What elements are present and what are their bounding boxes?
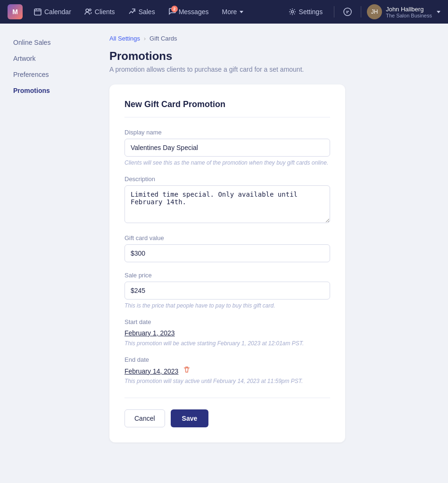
nav-item-more[interactable]: More [216, 5, 249, 18]
chat-button[interactable] [340, 4, 355, 19]
trash-icon [183, 366, 191, 374]
sidebar-item-preferences[interactable]: Preferences [8, 67, 87, 82]
end-date-value[interactable]: February 14, 2023 [124, 367, 178, 375]
gift-card-value-group: Gift card value [124, 234, 330, 262]
nav-divider [334, 6, 334, 17]
breadcrumb-current: Gift Cards [149, 35, 177, 42]
settings-icon [289, 8, 296, 16]
avatar: JH [367, 4, 382, 19]
start-date-value[interactable]: February 1, 2023 [124, 329, 175, 337]
form-card: New Gift Card Promotion Display name Cli… [109, 84, 345, 442]
delete-end-date-button[interactable] [183, 366, 191, 375]
nav-settings[interactable]: Settings [283, 5, 329, 18]
app-logo[interactable]: M [8, 4, 23, 19]
start-date-label: Start date [124, 318, 330, 325]
display-name-input[interactable] [124, 139, 330, 157]
description-input[interactable] [124, 185, 330, 223]
calendar-icon [34, 8, 41, 16]
page-subtitle: A promotion allows clients to purchase a… [109, 66, 433, 73]
svg-point-7 [344, 8, 351, 16]
start-date-hint: This promotion will be active starting F… [124, 340, 330, 347]
end-date-label: End date [124, 356, 330, 363]
page-layout: Online Sales Artwork Preferences Promoti… [0, 24, 448, 483]
user-menu-chevron-icon [437, 11, 440, 13]
start-date-group: Start date February 1, 2023 This promoti… [124, 318, 330, 347]
breadcrumb-separator: › [144, 35, 146, 42]
svg-point-5 [89, 9, 91, 11]
navbar: M Calendar Clients Sales 2 Messages More [0, 0, 448, 24]
messages-badge-container: 2 [168, 8, 176, 17]
sidebar-item-promotions[interactable]: Promotions [8, 83, 87, 98]
sales-icon [128, 8, 136, 16]
gift-card-value-label: Gift card value [124, 234, 330, 242]
description-group: Description [124, 175, 330, 225]
page-title: Promotions [109, 50, 433, 63]
sidebar-item-artwork[interactable]: Artwork [8, 51, 87, 66]
main-content: All Settings › Gift Cards Promotions A p… [94, 24, 448, 483]
display-name-hint: Clients will see this as the name of the… [124, 159, 330, 166]
svg-rect-0 [34, 9, 41, 15]
sale-price-hint: This is the price that people have to pa… [124, 302, 330, 309]
end-date-hint: This promotion will stay active until Fe… [124, 378, 330, 384]
chat-icon [343, 8, 352, 16]
sale-price-label: Sale price [124, 272, 330, 279]
chevron-down-icon [240, 11, 243, 13]
user-menu[interactable]: JH John Hallberg The Salon Business [367, 4, 440, 19]
nav-divider-2 [361, 6, 361, 17]
nav-item-messages[interactable]: 2 Messages [163, 5, 215, 19]
end-date-group: End date February 14, 2023 This promotio… [124, 356, 330, 384]
cancel-button[interactable]: Cancel [124, 409, 165, 427]
display-name-group: Display name Clients will see this as th… [124, 129, 330, 166]
sidebar: Online Sales Artwork Preferences Promoti… [0, 24, 94, 483]
svg-point-4 [86, 9, 89, 12]
card-title: New Gift Card Promotion [124, 100, 330, 117]
save-button[interactable]: Save [171, 409, 209, 427]
nav-item-calendar[interactable]: Calendar [28, 5, 77, 18]
description-label: Description [124, 175, 330, 183]
nav-item-clients[interactable]: Clients [79, 5, 121, 18]
nav-right: Settings JH John Hallberg The Salon Busi… [283, 4, 440, 19]
sale-price-input[interactable] [124, 282, 330, 300]
gift-card-value-input[interactable] [124, 244, 330, 262]
breadcrumb: All Settings › Gift Cards [109, 35, 433, 42]
sale-price-group: Sale price This is the price that people… [124, 272, 330, 309]
avatar-text: John Hallberg The Salon Business [386, 6, 432, 18]
breadcrumb-all-settings[interactable]: All Settings [109, 35, 140, 42]
form-actions: Cancel Save [124, 398, 330, 427]
svg-point-6 [291, 11, 293, 13]
nav-item-sales[interactable]: Sales [123, 5, 161, 18]
messages-badge: 2 [171, 6, 178, 12]
sidebar-item-online-sales[interactable]: Online Sales [8, 35, 87, 50]
clients-icon [84, 8, 92, 16]
display-name-label: Display name [124, 129, 330, 136]
